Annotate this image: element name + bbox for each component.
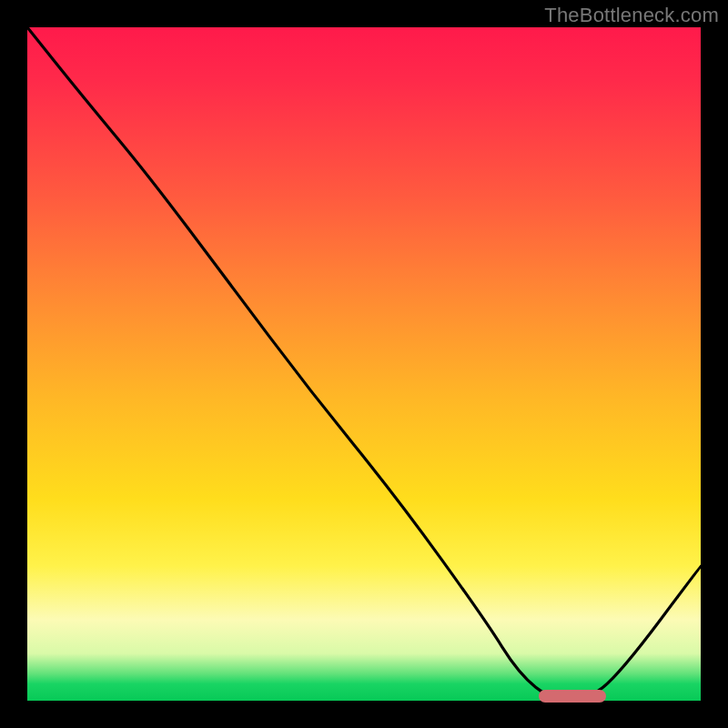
bottleneck-curve [27, 27, 701, 701]
chart-plot-area [27, 27, 701, 701]
watermark-text: TheBottleneck.com [544, 4, 719, 27]
optimal-range-marker [539, 690, 606, 703]
curve-path [27, 27, 701, 701]
chart-frame: TheBottleneck.com [0, 0, 728, 728]
